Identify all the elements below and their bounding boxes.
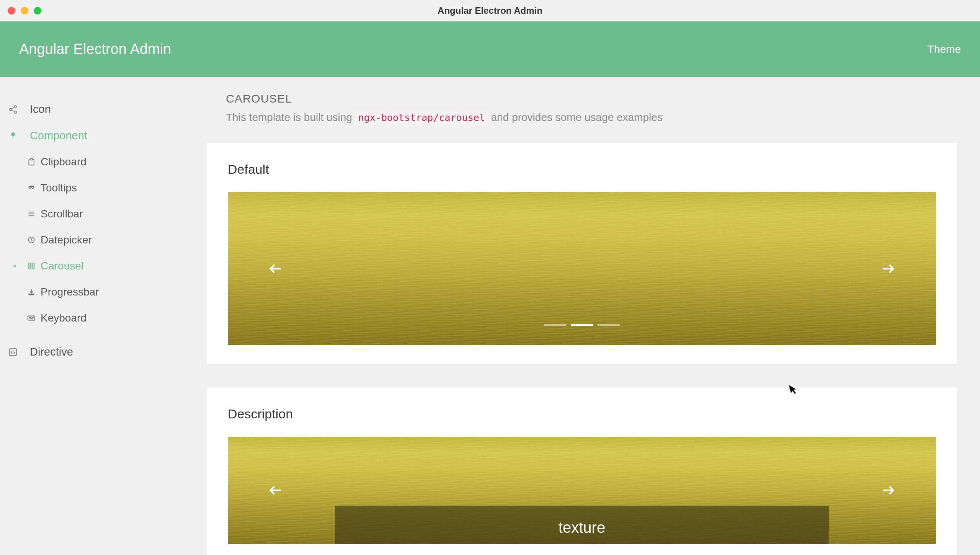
- keyboard-icon: [27, 313, 36, 323]
- carousel-description: texture: [228, 437, 936, 544]
- clipboard-icon: [27, 157, 36, 166]
- sidebar-item-label: Directive: [30, 346, 73, 358]
- card-description: Description texture: [207, 387, 957, 555]
- sidebar-sub-clipboard[interactable]: Clipboard: [0, 149, 207, 175]
- carousel-indicator-0[interactable]: [544, 324, 566, 326]
- chart-icon: [8, 347, 18, 357]
- pin-icon: [8, 131, 18, 141]
- svg-point-24: [33, 317, 34, 318]
- svg-point-21: [29, 317, 29, 318]
- carousel-prev-button[interactable]: [262, 255, 289, 282]
- sidebar-sub-label: Scrollbar: [41, 208, 83, 220]
- svg-point-5: [11, 132, 15, 136]
- sidebar-item-label: Component: [30, 129, 87, 142]
- carousel-caption: texture: [335, 506, 829, 544]
- carousel-prev-button[interactable]: [262, 477, 289, 504]
- sidebar-item-directive[interactable]: Directive: [0, 339, 207, 365]
- card-default: Default: [207, 143, 957, 364]
- svg-rect-6: [13, 136, 13, 139]
- download-icon: [27, 287, 36, 297]
- sidebar-sub-label: Tooltips: [41, 182, 77, 194]
- share-icon: [8, 104, 18, 115]
- sidebar-sub-label: Datepicker: [41, 234, 92, 246]
- carousel-next-button[interactable]: [875, 255, 902, 282]
- sidebar-sub-label: Keyboard: [41, 312, 87, 324]
- sidebar-sub-tooltips[interactable]: Tooltips: [0, 175, 207, 201]
- titlebar: Angular Electron Admin: [0, 0, 980, 21]
- app-header: Angular Electron Admin Theme: [0, 21, 980, 77]
- header-title: Angular Electron Admin: [19, 41, 171, 57]
- theme-button[interactable]: Theme: [928, 43, 961, 56]
- carousel-indicator-1[interactable]: [571, 324, 593, 326]
- close-window-button[interactable]: [8, 7, 15, 15]
- card-title-description: Description: [228, 406, 936, 421]
- main-content: CAROUSEL This template is built using ng…: [207, 77, 980, 555]
- subtitle-after: and provides some usage examples: [488, 111, 663, 123]
- traffic-lights: [8, 7, 41, 15]
- sidebar: Icon Component Clipboard Tooltips: [0, 77, 207, 555]
- svg-line-3: [12, 110, 15, 111]
- svg-rect-19: [29, 294, 34, 295]
- sidebar-sub-carousel[interactable]: Carousel: [0, 253, 207, 279]
- carousel-indicators: [544, 324, 620, 326]
- sidebar-item-icon[interactable]: Icon: [0, 96, 207, 122]
- grid-icon: [27, 261, 36, 271]
- maximize-window-button[interactable]: [34, 7, 41, 15]
- clock-icon: [27, 235, 36, 245]
- carousel-indicator-2[interactable]: [598, 324, 620, 326]
- subtitle-before: This template is built using: [226, 111, 355, 123]
- svg-point-2: [14, 111, 16, 113]
- lines-icon: [27, 209, 36, 219]
- svg-rect-7: [30, 159, 33, 160]
- sidebar-item-label: Icon: [30, 103, 51, 116]
- carousel-next-button[interactable]: [875, 477, 902, 504]
- minimize-window-button[interactable]: [21, 7, 28, 15]
- sidebar-sub-label: Progressbar: [41, 286, 99, 298]
- svg-rect-20: [28, 316, 35, 320]
- caption-title: texture: [350, 519, 813, 536]
- svg-line-4: [12, 107, 15, 109]
- carousel-default: [228, 192, 936, 345]
- window-title: Angular Electron Admin: [438, 5, 542, 16]
- sidebar-item-component[interactable]: Component: [0, 122, 207, 149]
- carousel-slide-image: [228, 192, 936, 345]
- sidebar-sub-keyboard[interactable]: Keyboard: [0, 305, 207, 331]
- sidebar-sub-datepicker[interactable]: Datepicker: [0, 227, 207, 253]
- page-title: CAROUSEL: [226, 92, 957, 105]
- sidebar-sub-progressbar[interactable]: Progressbar: [0, 279, 207, 305]
- svg-rect-14: [29, 263, 34, 269]
- sidebar-sub-label: Clipboard: [41, 156, 87, 168]
- trip-icon: [27, 183, 36, 193]
- subtitle-code: ngx-bootstrap/carousel: [355, 111, 488, 124]
- svg-point-22: [31, 317, 31, 318]
- sidebar-sub-scrollbar[interactable]: Scrollbar: [0, 201, 207, 227]
- svg-point-1: [10, 108, 12, 111]
- card-title-default: Default: [228, 162, 936, 177]
- sidebar-sub-label: Carousel: [41, 260, 83, 272]
- svg-point-0: [14, 106, 16, 108]
- page-subtitle: This template is built using ngx-bootstr…: [226, 111, 957, 124]
- svg-point-23: [32, 317, 32, 318]
